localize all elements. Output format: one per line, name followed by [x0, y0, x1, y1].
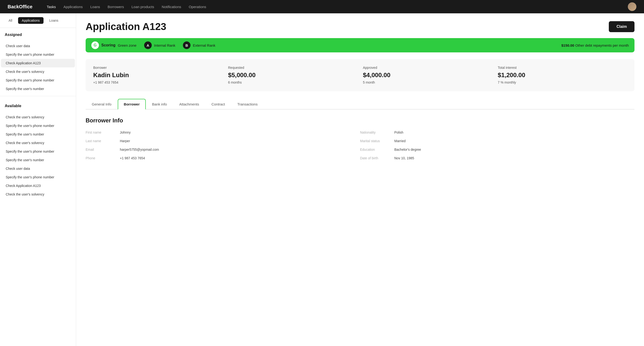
debt-label: Other debt repayments per month: [575, 43, 629, 47]
assigned-title: Assigned: [5, 33, 71, 37]
sidebar-item[interactable]: Check the user's solvency: [1, 67, 75, 76]
sidebar-item[interactable]: Specify the user's phone number: [1, 173, 75, 182]
nav-links: Tasks Applications Loans Borrowers Loan …: [47, 5, 618, 9]
tab-transactions[interactable]: Transactions: [231, 99, 264, 110]
approved-field: Approved $4,000.00 5 month: [363, 66, 492, 85]
available-section: Available: [0, 99, 76, 113]
sidebar-item[interactable]: Specify the user's phone number: [1, 50, 75, 59]
requested-duration: 6 months: [228, 80, 242, 84]
sidebar-item[interactable]: Specify the user's phone number: [1, 121, 75, 130]
nav-tasks[interactable]: Tasks: [47, 5, 56, 9]
sidebar-item[interactable]: Check user data: [1, 164, 75, 173]
phone-value: +1 987 453 7654: [120, 156, 145, 160]
phone-label: Phone: [86, 156, 114, 160]
sidebar-item[interactable]: Specify the user's phone number: [1, 147, 75, 156]
scoring-item-main: G Scoring Green zone: [91, 41, 136, 49]
nationality-value: Polish: [394, 130, 403, 134]
application-info-card: Borrower Kadin Lubin +1 987 453 7654 Req…: [86, 59, 634, 91]
page-header: Application A123 Claim: [86, 21, 634, 32]
sidebar-item[interactable]: Check Application A123: [1, 182, 75, 190]
borrower-firstname-row: First name Johnny: [86, 130, 360, 134]
sidebar-item-active[interactable]: Check Application A123: [1, 59, 75, 67]
requested-field: Requested $5,000.00 6 months: [228, 66, 357, 85]
nav-loan-products[interactable]: Loan products: [132, 5, 154, 9]
lastname-label: Last name: [86, 139, 114, 143]
sidebar-item[interactable]: Check the user's solvency: [1, 139, 75, 147]
sidebar-tabs: All Applications Loans: [0, 13, 76, 28]
tab-contract[interactable]: Contract: [205, 99, 231, 110]
nav-notifications[interactable]: Notifications: [162, 5, 181, 9]
borrower-phone-row: Phone +1 987 453 7654: [86, 156, 360, 160]
sidebar-item[interactable]: Check the user's solvency: [1, 113, 75, 121]
internal-rank-label: Internal Rank: [154, 43, 175, 47]
firstname-value: Johnny: [120, 130, 130, 134]
external-rank-badge: B: [183, 41, 190, 49]
approved-label: Approved: [363, 66, 492, 70]
approved-duration: 5 month: [363, 80, 375, 84]
avatar-image: [628, 3, 636, 11]
sidebar-item[interactable]: Check user data: [1, 42, 75, 50]
borrower-phone: +1 987 453 7654: [93, 80, 118, 84]
borrower-dob-row: Date of birth Nov 10, 1985: [360, 156, 634, 160]
available-title: Available: [5, 104, 71, 108]
nav-operations[interactable]: Operations: [189, 5, 206, 9]
borrower-email-row: Email harper5755@yopmail.com: [86, 148, 360, 151]
nationality-label: Nationality: [360, 130, 388, 134]
sidebar-item[interactable]: Specify the user's number: [1, 130, 75, 139]
borrower-label: Borrower: [93, 66, 222, 70]
sidebar-item[interactable]: Specify the user's number: [1, 85, 75, 93]
borrower-right-col: Nationality Polish Marital status Marrie…: [360, 130, 634, 160]
tab-applications[interactable]: Applications: [18, 17, 44, 24]
scoring-internal-rank: A Internal Rank: [144, 41, 175, 49]
logo: BackOffice: [8, 4, 32, 10]
tab-bank-info[interactable]: Bank info: [146, 99, 173, 110]
content-tabs: General Info Borrower Bank info Attachme…: [86, 99, 634, 110]
borrower-left-col: First name Johnny Last name Harper Email…: [86, 130, 360, 160]
sidebar-item[interactable]: Specify the user's number: [1, 156, 75, 164]
tab-borrower[interactable]: Borrower: [118, 99, 146, 110]
debt-amount: $150.00: [561, 43, 574, 47]
avatar[interactable]: [628, 3, 636, 11]
internal-rank-badge: A: [144, 41, 152, 49]
nav-borrowers[interactable]: Borrowers: [108, 5, 124, 9]
firstname-label: First name: [86, 130, 114, 134]
sidebar-item[interactable]: Specify the user's phone number: [1, 76, 75, 85]
main-content: Application A123 Claim G Scoring Green z…: [76, 13, 644, 346]
nav-applications[interactable]: Applications: [64, 5, 83, 9]
sidebar-item[interactable]: Check the user's solvency: [1, 190, 75, 199]
total-interest-rate: 7 % monthly: [498, 80, 516, 84]
page-title: Application A123: [86, 21, 166, 32]
dob-label: Date of birth: [360, 156, 388, 160]
dob-value: Nov 10, 1985: [394, 156, 414, 160]
scoring-logo: G: [91, 41, 99, 49]
tab-general-info[interactable]: General Info: [86, 99, 118, 110]
education-label: Education: [360, 148, 388, 151]
lastname-value: Harper: [120, 139, 130, 143]
nav-loans[interactable]: Loans: [90, 5, 100, 9]
total-interest-amount: $1,200.00: [498, 71, 627, 79]
scoring-banner: G Scoring Green zone A Internal Rank B E…: [86, 38, 634, 52]
requested-amount: $5,000.00: [228, 71, 357, 79]
total-interest-field: Total interest $1,200.00 7 % monthly: [498, 66, 627, 85]
approved-amount: $4,000.00: [363, 71, 492, 79]
marital-label: Marital status: [360, 139, 388, 143]
layout: All Applications Loans Assigned Check us…: [0, 13, 644, 346]
requested-label: Requested: [228, 66, 357, 70]
borrower-info-grid: First name Johnny Last name Harper Email…: [86, 130, 634, 160]
tab-loans[interactable]: Loans: [46, 17, 62, 24]
external-rank-label: External Rank: [193, 43, 215, 47]
email-label: Email: [86, 148, 114, 151]
borrower-education-row: Education Bachelor's degree: [360, 148, 634, 151]
scoring-zone: Green zone: [118, 43, 136, 47]
tab-attachments[interactable]: Attachments: [173, 99, 205, 110]
top-nav: BackOffice Tasks Applications Loans Borr…: [0, 0, 644, 13]
education-value: Bachelor's degree: [394, 148, 421, 151]
tab-all[interactable]: All: [5, 17, 16, 24]
email-value: harper5755@yopmail.com: [120, 148, 159, 151]
claim-button[interactable]: Claim: [609, 21, 634, 32]
borrower-info-section: Borrower Info First name Johnny Last nam…: [86, 117, 634, 160]
sidebar-divider: [0, 96, 76, 96]
scoring-external-rank: B External Rank: [183, 41, 215, 49]
assigned-section: Assigned: [0, 28, 76, 42]
sidebar: All Applications Loans Assigned Check us…: [0, 13, 76, 346]
